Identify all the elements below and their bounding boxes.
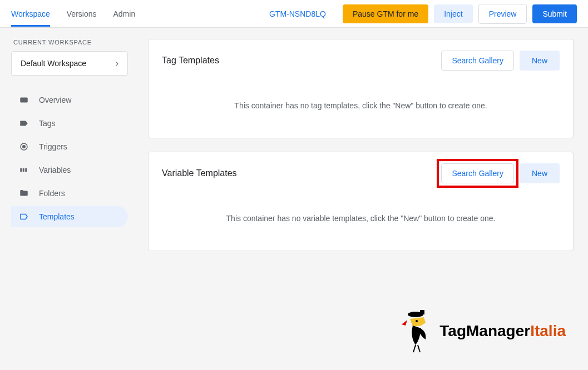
new-tag-template-button[interactable]: New	[520, 51, 560, 71]
logo-text-suffix: Italia	[530, 322, 566, 339]
nav-item-variables[interactable]: Variables	[11, 159, 128, 181]
nav-item-overview[interactable]: Overview	[11, 89, 128, 111]
nav-items: Overview Tags Triggers Variables	[11, 89, 128, 227]
svg-rect-5	[25, 168, 27, 172]
svg-rect-0	[20, 98, 28, 103]
highlight-annotation: Search Gallery	[437, 159, 518, 188]
sidebar-title: CURRENT WORKSPACE	[11, 39, 128, 46]
nav-label: Templates	[39, 212, 75, 221]
nav-label: Folders	[39, 189, 65, 198]
nav-item-folders[interactable]: Folders	[11, 183, 128, 204]
empty-state-text: This container has no variable templates…	[162, 214, 560, 223]
tab-workspace[interactable]: Workspace	[11, 1, 50, 27]
pause-gtm-button[interactable]: Pause GTM for me	[343, 4, 428, 23]
workspace-name: Default Workspace	[21, 59, 86, 68]
card-actions: Search Gallery New	[441, 51, 560, 71]
svg-point-2	[23, 146, 26, 148]
nav-label: Triggers	[39, 142, 67, 151]
overview-icon	[19, 95, 29, 105]
svg-rect-4	[23, 168, 24, 172]
tag-templates-card: Tag Templates Search Gallery New This co…	[148, 39, 574, 138]
container-id-link[interactable]: GTM-NSND8LQ	[269, 9, 326, 18]
card-header: Tag Templates Search Gallery New	[162, 51, 560, 71]
empty-state-text: This container has no tag templates, cli…	[162, 101, 560, 110]
template-icon	[19, 212, 29, 222]
variable-templates-card: Variable Templates Search Gallery New Th…	[148, 152, 574, 251]
nav-label: Tags	[39, 119, 56, 128]
svg-line-10	[418, 345, 420, 352]
nav-label: Variables	[39, 166, 71, 174]
card-actions: Search Gallery New	[441, 163, 560, 183]
workspace-selector[interactable]: Default Workspace ›	[11, 51, 128, 76]
svg-rect-3	[20, 168, 22, 172]
footer-logo: TagManagerItalia	[399, 309, 566, 353]
trigger-icon	[19, 142, 29, 152]
inject-button[interactable]: Inject	[434, 4, 472, 23]
search-gallery-button[interactable]: Search Gallery	[441, 51, 514, 71]
variable-icon	[19, 165, 29, 175]
nav-label: Overview	[39, 96, 71, 104]
top-actions: GTM-NSND8LQ Pause GTM for me Inject Prev…	[269, 4, 577, 24]
search-gallery-variable-button[interactable]: Search Gallery	[441, 163, 514, 183]
logo-text: TagManagerItalia	[439, 322, 566, 340]
preview-button[interactable]: Preview	[478, 4, 527, 24]
sidebar: CURRENT WORKSPACE Default Workspace › Ov…	[0, 28, 134, 370]
nav-item-triggers[interactable]: Triggers	[11, 136, 128, 157]
top-bar: Workspace Versions Admin GTM-NSND8LQ Pau…	[0, 0, 588, 28]
nav-item-tags[interactable]: Tags	[11, 113, 128, 134]
tag-icon	[19, 118, 29, 128]
svg-point-8	[416, 320, 418, 322]
tab-admin[interactable]: Admin	[113, 1, 135, 27]
tab-versions[interactable]: Versions	[67, 1, 97, 27]
logo-text-main: TagManager	[439, 322, 530, 339]
new-variable-template-button[interactable]: New	[520, 163, 560, 183]
nav-item-templates[interactable]: Templates	[11, 206, 128, 227]
card-title: Variable Templates	[162, 168, 237, 178]
tabs-container: Workspace Versions Admin	[11, 1, 269, 27]
svg-rect-7	[420, 310, 424, 314]
card-title: Tag Templates	[162, 56, 219, 66]
chevron-right-icon: ›	[116, 58, 118, 68]
svg-line-9	[413, 345, 416, 352]
card-header: Variable Templates Search Gallery New	[162, 163, 560, 183]
woodpecker-icon	[399, 309, 435, 353]
folder-icon	[19, 188, 29, 198]
submit-button[interactable]: Submit	[532, 4, 577, 23]
